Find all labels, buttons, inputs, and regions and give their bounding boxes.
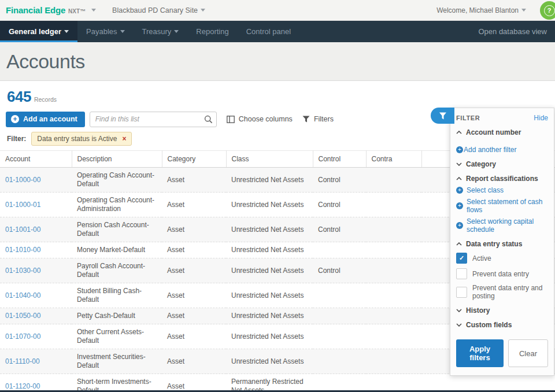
page-title: Accounts bbox=[6, 50, 85, 73]
checkbox-label: Prevent data entry and posting bbox=[472, 284, 548, 300]
control-cell: Control bbox=[313, 168, 366, 193]
clear-filters-button[interactable]: Clear bbox=[508, 339, 548, 367]
description-cell: Operating Cash Account-Administration bbox=[72, 193, 162, 217]
site-name: Blackbaud PD Canary Site bbox=[112, 6, 198, 14]
category-cell: Asset bbox=[162, 324, 226, 349]
select-statement-of-cash-flows-link[interactable]: + Select statement of cash flows bbox=[456, 198, 548, 214]
tab-payables[interactable]: Payables bbox=[77, 21, 133, 42]
brand-menu[interactable]: Financial Edge NXT™ bbox=[6, 5, 96, 15]
contra-cell bbox=[366, 217, 421, 242]
user-menu[interactable]: Welcome, Michael Blanton bbox=[436, 6, 526, 14]
search-box bbox=[90, 112, 217, 127]
filter-panel-header: FILTER Hide bbox=[456, 114, 548, 122]
account-cell: 01-1120-00 bbox=[0, 374, 72, 392]
choose-columns-button[interactable]: Choose columns bbox=[227, 115, 293, 123]
control-cell: Control bbox=[313, 258, 366, 283]
filter-section-account-number[interactable]: Account number bbox=[456, 128, 548, 136]
add-account-button[interactable]: + Add an account bbox=[6, 112, 85, 127]
chevron-down-icon bbox=[174, 30, 179, 33]
tab-control-panel[interactable]: Control panel bbox=[238, 21, 299, 42]
filter-bar-label: Filter: bbox=[7, 135, 26, 143]
select-working-capital-schedule-link[interactable]: + Select working capital schedule bbox=[456, 217, 548, 234]
filter-section-report-classifications[interactable]: Report classifications bbox=[456, 175, 548, 183]
column-header-description[interactable]: Description bbox=[72, 151, 162, 168]
chip-close-icon[interactable]: × bbox=[122, 135, 126, 142]
brand-suffix: NXT™ bbox=[68, 8, 86, 14]
column-header-category[interactable]: Category bbox=[162, 151, 226, 168]
apply-filters-button[interactable]: Apply filters bbox=[456, 339, 504, 367]
account-link[interactable]: 01-1000-01 bbox=[5, 201, 40, 209]
description-cell: Student Billing Cash-Default bbox=[72, 283, 162, 308]
column-header-account[interactable]: Account bbox=[0, 151, 72, 168]
filter-chip[interactable]: Data entry status is Active × bbox=[31, 132, 132, 146]
section-label: Report classifications bbox=[466, 175, 538, 183]
filters-label: Filters bbox=[314, 115, 334, 123]
filter-panel-title: FILTER bbox=[456, 114, 480, 121]
section-label: Data entry status bbox=[466, 240, 522, 248]
account-link[interactable]: 01-1040-00 bbox=[5, 291, 40, 299]
account-link[interactable]: 01-1001-00 bbox=[5, 225, 40, 234]
description-cell: Pension Cash Account-Default bbox=[72, 217, 162, 242]
filter-section-data-entry-status[interactable]: Data entry status bbox=[456, 240, 548, 248]
open-database-view-link[interactable]: Open database view bbox=[470, 21, 555, 42]
description-cell: Operating Cash Account-Default bbox=[72, 168, 162, 193]
control-cell: Control bbox=[313, 193, 366, 217]
search-input[interactable] bbox=[90, 112, 217, 127]
filter-section-history[interactable]: History bbox=[456, 306, 548, 315]
control-cell bbox=[313, 308, 366, 324]
control-cell bbox=[313, 324, 366, 349]
filter-option-prevent-data-entry-and-posting[interactable]: Prevent data entry and posting bbox=[456, 284, 548, 300]
tab-general-ledger[interactable]: General ledger bbox=[0, 21, 77, 42]
filter-option-active[interactable]: ✓Active bbox=[456, 253, 548, 264]
select-class-link[interactable]: + Select class bbox=[456, 186, 548, 194]
checkbox-unchecked-icon[interactable] bbox=[456, 268, 467, 279]
add-another-filter-link[interactable]: + Add another filter bbox=[456, 146, 548, 154]
plus-circle-icon: + bbox=[456, 146, 463, 153]
column-header-class[interactable]: Class bbox=[226, 151, 313, 168]
filter-funnel-icon bbox=[439, 112, 447, 120]
category-cell: Asset bbox=[162, 258, 226, 283]
add-another-filter-label: Add another filter bbox=[464, 146, 516, 154]
category-cell: Asset bbox=[162, 283, 226, 308]
filter-panel-buttons: Apply filters Clear bbox=[456, 339, 548, 367]
checkbox-label: Active bbox=[472, 254, 491, 262]
tab-label: Payables bbox=[86, 27, 117, 36]
plus-icon: + bbox=[11, 115, 19, 123]
hide-panel-link[interactable]: Hide bbox=[534, 114, 548, 122]
chevron-down-icon bbox=[456, 162, 462, 166]
account-cell: 01-1010-00 bbox=[0, 242, 72, 258]
account-link[interactable]: 01-1000-00 bbox=[5, 176, 40, 184]
description-cell: Investment Securities-Default bbox=[72, 349, 162, 374]
tab-reporting[interactable]: Reporting bbox=[187, 21, 237, 42]
site-selector[interactable]: Blackbaud PD Canary Site bbox=[112, 6, 205, 14]
column-header-control[interactable]: Control bbox=[313, 151, 366, 168]
column-header-contra[interactable]: Contra bbox=[366, 151, 421, 168]
filter-section-category[interactable]: Category bbox=[456, 160, 548, 168]
contra-cell bbox=[366, 283, 421, 308]
account-link[interactable]: 01-1110-00 bbox=[5, 357, 40, 365]
top-bar: Financial Edge NXT™ Blackbaud PD Canary … bbox=[0, 0, 555, 21]
account-link[interactable]: 01-1050-00 bbox=[5, 312, 40, 320]
checkbox-unchecked-icon[interactable] bbox=[456, 287, 467, 298]
account-cell: 01-1040-00 bbox=[0, 283, 72, 308]
tab-label: Treasury bbox=[142, 27, 172, 36]
tab-treasury[interactable]: Treasury bbox=[134, 21, 188, 42]
filter-option-prevent-data-entry[interactable]: Prevent data entry bbox=[456, 268, 548, 279]
account-cell: 01-1110-00 bbox=[0, 349, 72, 374]
account-cell: 01-1000-01 bbox=[0, 193, 72, 217]
filter-panel-toggle-button[interactable] bbox=[431, 108, 454, 124]
account-link[interactable]: 01-1120-00 bbox=[5, 382, 40, 390]
select-link-label: Select working capital schedule bbox=[467, 217, 548, 234]
chevron-down-icon bbox=[521, 9, 526, 12]
contra-cell bbox=[366, 258, 421, 283]
checkbox-checked-icon[interactable]: ✓ bbox=[456, 253, 467, 264]
account-link[interactable]: 01-1010-00 bbox=[5, 246, 40, 254]
help-button[interactable]: ? bbox=[540, 1, 555, 20]
control-cell bbox=[313, 242, 366, 258]
tab-label: Reporting bbox=[196, 27, 228, 36]
description-cell: Money Market-Default bbox=[72, 242, 162, 258]
account-link[interactable]: 01-1070-00 bbox=[5, 332, 40, 341]
account-link[interactable]: 01-1030-00 bbox=[5, 267, 40, 275]
filter-section-custom-fields[interactable]: Custom fields bbox=[456, 321, 548, 329]
filters-button[interactable]: Filters bbox=[302, 115, 334, 123]
